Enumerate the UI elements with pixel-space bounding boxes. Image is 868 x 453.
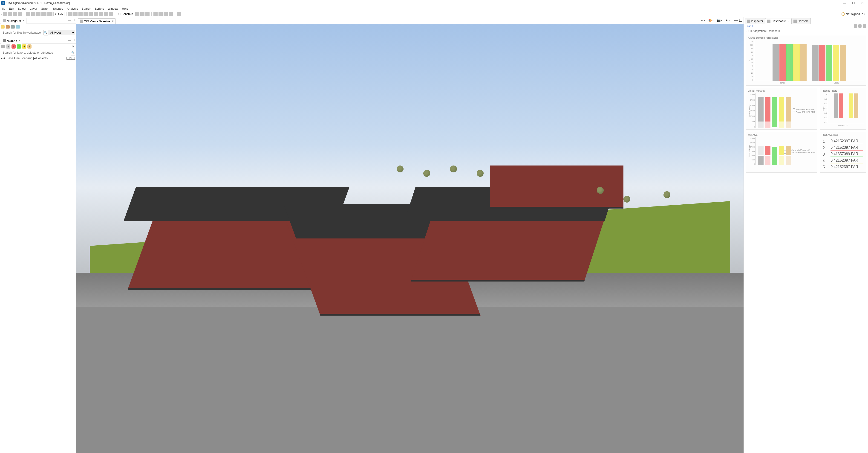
layer-stack-icon[interactable]	[1, 45, 5, 48]
tool-rect-icon[interactable]	[84, 12, 88, 16]
tool-split-icon[interactable]	[99, 12, 103, 16]
tool-step-icon[interactable]	[145, 12, 150, 16]
tool-undo-icon[interactable]	[26, 12, 30, 16]
navigator-search-input[interactable]	[1, 30, 44, 35]
close-icon[interactable]: ×	[23, 19, 24, 22]
minimize-pane-icon[interactable]: —	[68, 19, 71, 22]
render-dropdown[interactable]: 🎨▾	[707, 18, 715, 23]
tool-scale-icon[interactable]	[18, 12, 22, 16]
scene-tab[interactable]: *Scene ×	[1, 38, 22, 43]
dashboard-menu-icon[interactable]	[863, 24, 866, 28]
center-panel: *3D View - Baseline × ↔▾ 🎨▾ 📷▾ ★▾ — ☐	[76, 17, 744, 453]
flooded-chart-card: Flooded Floors Floors 1.21.00.80.60.40.2…	[820, 88, 866, 129]
tool-edit-icon[interactable]	[94, 12, 98, 16]
tool-view2-icon[interactable]	[158, 12, 163, 16]
new-folder-icon[interactable]	[1, 25, 5, 29]
tool-grid-icon[interactable]	[36, 12, 40, 16]
search-icon[interactable]: 🔍	[44, 30, 48, 35]
close-button[interactable]: ✕	[861, 1, 864, 5]
menu-shapes[interactable]: Shapes	[51, 6, 65, 11]
far-row-5: 50.42152397 FAR	[823, 164, 863, 170]
maximize-pane-icon[interactable]: ☐	[739, 18, 742, 23]
scenario-2-badge[interactable]: 2	[11, 44, 16, 49]
page-link[interactable]: Page 0	[746, 25, 753, 27]
tool-view3-icon[interactable]	[163, 12, 168, 16]
close-icon[interactable]: ×	[19, 39, 20, 42]
menu-scripts[interactable]: Scripts	[93, 6, 106, 11]
menu-analysis[interactable]: Analysis	[65, 6, 80, 11]
dashboard-body[interactable]: SLR Adaptation Dashboard HAZUS Damage Pe…	[744, 28, 868, 453]
lock-check[interactable]: ☐	[69, 57, 72, 60]
maximize-pane-icon[interactable]: ☐	[72, 39, 75, 42]
share-dropdown[interactable]: ↔▾	[700, 18, 706, 23]
tool-brush-icon[interactable]	[68, 12, 72, 16]
tool-snap-icon[interactable]	[41, 12, 46, 16]
scenario-5-badge[interactable]: 5	[27, 44, 32, 49]
menu-help[interactable]: Help	[120, 6, 130, 11]
scene-tree-item[interactable]: ▸ ◉ Base Line Scenario [41 objects] ☐ ✓	[0, 56, 76, 60]
navigator-tab[interactable]: *Navigator ×	[1, 18, 27, 24]
signin-button[interactable]: Not signed in▾	[841, 12, 867, 16]
view3d-tab[interactable]: *3D View - Baseline ×	[78, 19, 116, 24]
scenario-3-badge[interactable]: 3	[17, 44, 21, 49]
tool-export-icon[interactable]	[177, 12, 181, 16]
tool-polygon-icon[interactable]	[79, 12, 83, 16]
window-controls: — ☐ ✕	[843, 1, 867, 5]
tool-select-icon[interactable]	[3, 12, 7, 16]
console-tab[interactable]: Console	[792, 18, 811, 24]
tool-circle-icon[interactable]	[89, 12, 93, 16]
scenario-1-badge[interactable]: 1	[6, 44, 10, 49]
left-panel: *Navigator × — ☐ 🔍 All types	[0, 17, 76, 453]
tool-view1-icon[interactable]	[153, 12, 158, 16]
navigator-filter-select[interactable]: All types	[48, 30, 75, 35]
close-icon[interactable]: ×	[112, 20, 114, 23]
visibility-check[interactable]	[66, 57, 69, 60]
far-row-2: 20.42152397 FAR	[823, 145, 863, 151]
numeric-input[interactable]: 211.75	[53, 12, 64, 16]
tool-eraser-icon[interactable]	[73, 12, 78, 16]
generate-button[interactable]: Generate	[117, 12, 134, 16]
tool-view4-icon[interactable]	[168, 12, 173, 16]
scenario-4-badge[interactable]: 4	[22, 44, 26, 49]
tool-layer-icon[interactable]	[109, 12, 113, 16]
tool-play-icon[interactable]	[135, 12, 140, 16]
tool-move-icon[interactable]	[8, 12, 12, 16]
tree-item-label: Base Line Scenario [41 objects]	[6, 56, 49, 60]
menu-search[interactable]: Search	[80, 6, 93, 11]
home-icon[interactable]	[6, 25, 10, 29]
menu-window[interactable]: Window	[106, 6, 120, 11]
menu-edit[interactable]: Edit	[7, 6, 16, 11]
dashboard-refresh-icon[interactable]	[858, 24, 862, 28]
maximize-pane-icon[interactable]: ☐	[72, 19, 75, 22]
minimize-button[interactable]: —	[843, 1, 846, 5]
tool-merge-icon[interactable]	[104, 12, 108, 16]
menu-bar: ile Edit Select Layer Graph Shapes Analy…	[0, 6, 868, 11]
viewport-3d[interactable]	[76, 24, 744, 453]
dashboard-tab[interactable]: Dashboard ×	[765, 18, 792, 24]
search-icon[interactable]: 🔍	[71, 50, 75, 56]
menu-graph[interactable]: Graph	[39, 6, 51, 11]
dashboard-config-icon[interactable]	[854, 24, 857, 28]
scene-search-input[interactable]	[1, 50, 71, 55]
cloud-icon[interactable]	[16, 25, 20, 29]
expand-icon[interactable]: ▸	[1, 57, 3, 59]
menu-layer[interactable]: Layer	[28, 6, 39, 11]
tool-redo-icon[interactable]	[31, 12, 35, 16]
camera-dropdown[interactable]: 📷▾	[716, 18, 723, 23]
maximize-button[interactable]: ☐	[852, 1, 855, 5]
bullet-icon: ◉	[3, 57, 5, 59]
bookmark-dropdown[interactable]: ★▾	[724, 18, 731, 23]
menu-select[interactable]: Select	[16, 6, 28, 11]
menu-file[interactable]: ile	[0, 6, 7, 11]
close-icon[interactable]: ×	[788, 20, 789, 23]
select-check[interactable]: ✓	[72, 57, 75, 60]
globe-icon[interactable]	[11, 25, 15, 29]
gear-icon[interactable]: ⚙	[71, 45, 75, 48]
minimize-pane-icon[interactable]: —	[68, 39, 71, 42]
minimize-pane-icon[interactable]: —	[734, 18, 738, 23]
right-tab-bar: Inspector Dashboard × Console	[744, 17, 868, 24]
tool-axis-icon[interactable]	[48, 12, 53, 16]
tool-rotate-icon[interactable]	[13, 12, 17, 16]
inspector-tab[interactable]: Inspector	[745, 18, 765, 24]
tool-pause-icon[interactable]	[140, 12, 145, 16]
